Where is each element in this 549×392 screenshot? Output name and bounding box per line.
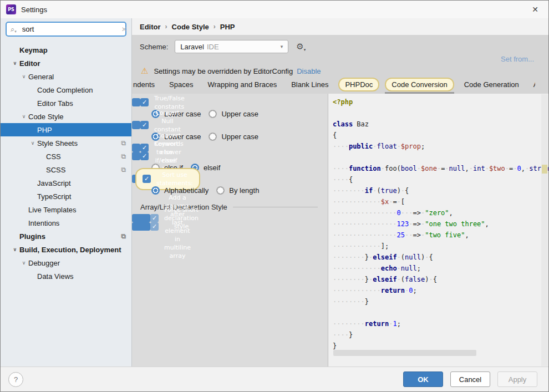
sidebar-item-label: General xyxy=(28,73,54,81)
tab-spaces[interactable]: Spaces xyxy=(162,75,200,94)
chevron-down-icon[interactable]: ∨ xyxy=(19,260,28,266)
tab-label: Code Conversion xyxy=(385,78,454,91)
gear-glyph: ⚙ xyxy=(296,42,303,52)
sidebar-item-keymap[interactable]: Keymap xyxy=(1,43,131,57)
sidebar-item-plugins[interactable]: Plugins⧉ xyxy=(1,230,131,243)
sidebar-item-code-style[interactable]: ∨Code Style xyxy=(1,110,131,123)
tab-code-conversion[interactable]: Code Conversion xyxy=(382,75,456,94)
code-line: ········return·1; xyxy=(333,318,541,329)
copy-settings-icon: ⧉ xyxy=(121,139,126,147)
horizontal-scrollbar[interactable] xyxy=(333,350,476,356)
tab-ndents[interactable]: ndents xyxy=(132,75,162,94)
code-line: ········} xyxy=(333,296,541,307)
sidebar-item-code-completion[interactable]: Code Completion xyxy=(1,83,131,96)
checkbox-convert-else-if-elseif-to[interactable]: ✓ xyxy=(140,152,149,160)
sidebar-item-debugger[interactable]: ∨Debugger xyxy=(1,256,131,269)
tab-code-generation[interactable]: Code Generation xyxy=(457,75,526,94)
sidebar-item-build-execution-deployment[interactable]: ∨Build, Execution, Deployment xyxy=(1,243,131,256)
tab-arrangement[interactable]: Arrangement xyxy=(526,75,535,94)
tab-blank-lines[interactable]: Blank Lines xyxy=(284,75,336,94)
code-line: ············$x·=·[ xyxy=(333,196,541,207)
code-line: { xyxy=(333,130,541,141)
sidebar-item-typescript[interactable]: TypeScript xyxy=(1,190,131,203)
radio-upper-case[interactable]: Upper case xyxy=(209,133,258,141)
chevron-down-icon[interactable]: ∨ xyxy=(28,140,37,146)
tab-label: Spaces xyxy=(169,80,193,89)
radio-label: Upper case xyxy=(221,133,258,141)
sidebar-item-data-views[interactable]: Data Views xyxy=(1,269,131,283)
sidebar-item-label: Plugins xyxy=(19,232,45,241)
checkbox-sort-use-statements[interactable]: ✓ xyxy=(143,175,151,183)
sidebar-item-php[interactable]: PHP xyxy=(1,123,131,136)
breadcrumb-item-code-style[interactable]: Code Style xyxy=(172,23,209,31)
checkbox-convert-null-constant-to[interactable]: ✓ xyxy=(140,121,149,129)
tab-label: ndents xyxy=(133,80,155,89)
code-line: ········if·(true)·{ xyxy=(333,185,541,196)
breadcrumb-item-editor[interactable]: Editor xyxy=(140,23,161,31)
radio-label: By length xyxy=(229,186,259,195)
search-area: ⌕▾ ✕ xyxy=(1,18,131,39)
radio-circle[interactable] xyxy=(216,186,225,195)
setting-row: ✓Force short declaration style xyxy=(132,214,150,222)
sidebar-item-live-templates[interactable]: Live Templates xyxy=(1,203,131,216)
sidebar-item-label: Live Templates xyxy=(28,206,76,214)
search-icon[interactable]: ⌕▾ xyxy=(11,25,17,34)
gear-icon[interactable]: ⚙▾ xyxy=(296,42,306,52)
tab-wrapping-and-braces[interactable]: Wrapping and Braces xyxy=(200,75,284,94)
search-input[interactable] xyxy=(21,24,121,34)
radio-circle[interactable] xyxy=(209,110,217,118)
chevron-down-icon[interactable]: ∨ xyxy=(11,247,19,252)
sidebar-item-label: PHP xyxy=(37,126,52,134)
code-line: ····} xyxy=(333,329,541,340)
search-box[interactable]: ⌕▾ ✕ xyxy=(6,22,126,37)
radio-upper-case[interactable]: Upper case xyxy=(209,110,258,118)
vertical-scrollbar[interactable] xyxy=(541,94,548,366)
setting-row: ✓Sort use statements: xyxy=(132,175,140,183)
close-icon[interactable]: ✕ xyxy=(527,4,543,15)
ok-button[interactable]: OK xyxy=(403,371,443,387)
clear-search-icon[interactable]: ✕ xyxy=(121,26,128,33)
chevron-down-icon[interactable]: ∨ xyxy=(11,60,19,66)
chevron-down-icon[interactable]: ∨ xyxy=(19,74,28,79)
set-from-link[interactable]: Set from... xyxy=(501,55,534,63)
editorconfig-warning: ⚠ Settings may be overridden by EditorCo… xyxy=(132,63,548,76)
checkbox-add-a-comma-after-last-element-in-multiline-array[interactable]: ✓ xyxy=(150,222,159,231)
sidebar-item-label: JavaScript xyxy=(37,179,71,187)
sidebar-item-editor-tabs[interactable]: Editor Tabs xyxy=(1,96,131,110)
code-line xyxy=(333,108,541,119)
scheme-value-suffix: IDE xyxy=(207,43,219,51)
setting-row: ✓Convert else if/elseif to: xyxy=(132,152,140,160)
disable-link[interactable]: Disable xyxy=(297,67,321,75)
radio-label: Upper case xyxy=(221,110,258,118)
radio-by-length[interactable]: By length xyxy=(216,186,259,195)
breadcrumb-item-php[interactable]: PHP xyxy=(220,23,235,31)
code-line: ············return·0; xyxy=(333,285,541,296)
scheme-select[interactable]: Laravel IDE ▾ xyxy=(175,40,288,53)
code-line xyxy=(333,152,541,163)
checkbox-label[interactable]: Add a comma after last element in multil… xyxy=(164,194,191,260)
radio-circle[interactable] xyxy=(209,133,217,141)
apply-button[interactable]: Apply xyxy=(497,371,537,387)
sidebar-item-css[interactable]: CSS⧉ xyxy=(1,150,131,163)
code-preview: <?php class Baz{····public·float·$prop; … xyxy=(328,94,548,366)
sidebar-item-style-sheets[interactable]: ∨Style Sheets⧉ xyxy=(1,136,131,150)
help-button[interactable]: ? xyxy=(8,372,23,387)
sidebar-item-intentions[interactable]: Intentions xyxy=(1,216,131,230)
chevron-down-icon[interactable]: ∨ xyxy=(19,114,28,119)
sidebar-item-editor[interactable]: ∨Editor xyxy=(1,57,131,70)
sidebar-item-label: Build, Execution, Deployment xyxy=(19,246,121,254)
sidebar-item-general[interactable]: ∨General xyxy=(1,70,131,83)
code-line: ········}·elseif·(null)·{ xyxy=(333,252,541,263)
checkbox-convert-true-false-constants-to[interactable]: ✓ xyxy=(140,98,149,106)
tab-phpdoc[interactable]: PHPDoc xyxy=(336,75,382,94)
sidebar-item-scss[interactable]: SCSS⧉ xyxy=(1,163,131,176)
code-line: class Baz xyxy=(333,119,541,130)
tab-label: PHPDoc xyxy=(338,78,379,91)
checkbox-label[interactable]: Sort use statements: xyxy=(156,171,193,187)
sidebar-item-javascript[interactable]: JavaScript xyxy=(1,176,131,190)
cancel-button[interactable]: Cancel xyxy=(450,371,490,387)
breadcrumb-separator: › xyxy=(214,23,216,30)
code-line xyxy=(333,307,541,318)
tab-label: Code Generation xyxy=(464,80,519,89)
breadcrumb-separator: › xyxy=(165,23,167,30)
